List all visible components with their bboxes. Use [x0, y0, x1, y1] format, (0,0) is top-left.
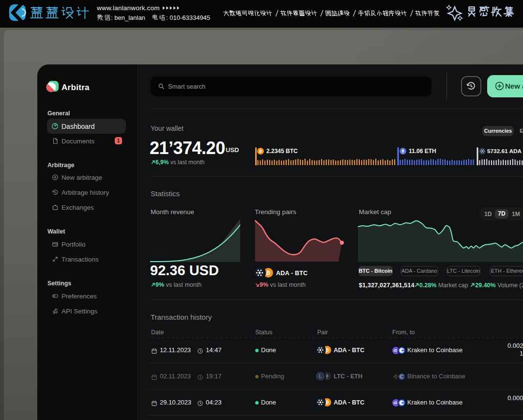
svg-text:L: L — [319, 373, 322, 379]
